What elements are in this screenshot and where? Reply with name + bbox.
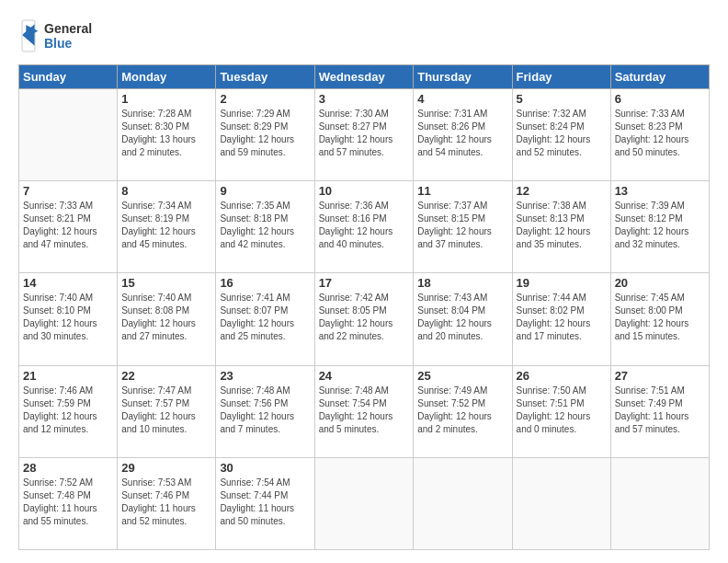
calendar-day-cell xyxy=(314,457,414,549)
day-info: Sunrise: 7:41 AM Sunset: 8:07 PM Dayligh… xyxy=(220,292,310,343)
day-info: Sunrise: 7:43 AM Sunset: 8:04 PM Dayligh… xyxy=(417,292,507,343)
day-info: Sunrise: 7:28 AM Sunset: 8:30 PM Dayligh… xyxy=(121,108,211,159)
day-number: 29 xyxy=(121,461,211,475)
day-number: 28 xyxy=(23,461,113,475)
day-number: 8 xyxy=(121,184,211,198)
day-info: Sunrise: 7:39 AM Sunset: 8:12 PM Dayligh… xyxy=(615,200,705,251)
day-info: Sunrise: 7:48 AM Sunset: 7:54 PM Dayligh… xyxy=(319,385,410,436)
logo-svg: General Blue ► xyxy=(18,17,101,55)
day-info: Sunrise: 7:44 AM Sunset: 8:02 PM Dayligh… xyxy=(517,292,607,343)
day-number: 30 xyxy=(220,461,310,475)
calendar-day-header: Saturday xyxy=(610,65,709,89)
day-info: Sunrise: 7:54 AM Sunset: 7:44 PM Dayligh… xyxy=(220,477,310,528)
calendar-day-cell: 2Sunrise: 7:29 AM Sunset: 8:29 PM Daylig… xyxy=(216,89,314,181)
day-number: 11 xyxy=(417,184,507,198)
calendar-day-cell: 30Sunrise: 7:54 AM Sunset: 7:44 PM Dayli… xyxy=(216,457,314,549)
calendar-day-cell: 10Sunrise: 7:36 AM Sunset: 8:16 PM Dayli… xyxy=(314,181,414,273)
calendar-day-cell: 28Sunrise: 7:52 AM Sunset: 7:48 PM Dayli… xyxy=(19,457,118,549)
day-info: Sunrise: 7:42 AM Sunset: 8:05 PM Dayligh… xyxy=(319,292,410,343)
calendar-day-cell: 11Sunrise: 7:37 AM Sunset: 8:15 PM Dayli… xyxy=(414,181,512,273)
calendar-day-cell: 6Sunrise: 7:33 AM Sunset: 8:23 PM Daylig… xyxy=(610,89,709,181)
day-number: 27 xyxy=(615,369,705,383)
day-number: 26 xyxy=(517,369,607,383)
day-info: Sunrise: 7:29 AM Sunset: 8:29 PM Dayligh… xyxy=(220,108,310,159)
calendar-week-row: 1Sunrise: 7:28 AM Sunset: 8:30 PM Daylig… xyxy=(19,89,710,181)
calendar-day-cell: 23Sunrise: 7:48 AM Sunset: 7:56 PM Dayli… xyxy=(216,365,314,457)
day-number: 18 xyxy=(417,276,507,290)
calendar-day-cell: 18Sunrise: 7:43 AM Sunset: 8:04 PM Dayli… xyxy=(414,273,512,365)
day-number: 7 xyxy=(23,184,113,198)
calendar-table: SundayMondayTuesdayWednesdayThursdayFrid… xyxy=(18,64,710,550)
calendar-week-row: 7Sunrise: 7:33 AM Sunset: 8:21 PM Daylig… xyxy=(19,181,710,273)
day-info: Sunrise: 7:46 AM Sunset: 7:59 PM Dayligh… xyxy=(23,385,113,436)
day-number: 20 xyxy=(615,276,705,290)
calendar-week-row: 21Sunrise: 7:46 AM Sunset: 7:59 PM Dayli… xyxy=(19,365,710,457)
calendar-day-cell xyxy=(610,457,709,549)
day-number: 13 xyxy=(615,184,705,198)
calendar-day-cell: 22Sunrise: 7:47 AM Sunset: 7:57 PM Dayli… xyxy=(118,365,216,457)
calendar-day-cell: 19Sunrise: 7:44 AM Sunset: 8:02 PM Dayli… xyxy=(512,273,610,365)
calendar-day-header: Friday xyxy=(512,65,610,89)
day-info: Sunrise: 7:33 AM Sunset: 8:23 PM Dayligh… xyxy=(615,108,705,159)
day-number: 10 xyxy=(319,184,410,198)
day-info: Sunrise: 7:40 AM Sunset: 8:10 PM Dayligh… xyxy=(23,292,113,343)
svg-text:Blue: Blue xyxy=(44,36,73,51)
svg-text:General: General xyxy=(44,21,92,36)
calendar-header-row: SundayMondayTuesdayWednesdayThursdayFrid… xyxy=(19,65,710,89)
day-info: Sunrise: 7:45 AM Sunset: 8:00 PM Dayligh… xyxy=(615,292,705,343)
calendar-day-cell xyxy=(512,457,610,549)
day-info: Sunrise: 7:31 AM Sunset: 8:26 PM Dayligh… xyxy=(417,108,507,159)
calendar-day-cell: 16Sunrise: 7:41 AM Sunset: 8:07 PM Dayli… xyxy=(216,273,314,365)
calendar-day-header: Wednesday xyxy=(314,65,414,89)
logo: General Blue ► xyxy=(18,17,101,55)
calendar-day-header: Thursday xyxy=(414,65,512,89)
calendar-day-cell: 17Sunrise: 7:42 AM Sunset: 8:05 PM Dayli… xyxy=(314,273,414,365)
day-number: 19 xyxy=(517,276,607,290)
day-number: 21 xyxy=(23,369,113,383)
day-info: Sunrise: 7:35 AM Sunset: 8:18 PM Dayligh… xyxy=(220,200,310,251)
day-number: 23 xyxy=(220,369,310,383)
day-number: 24 xyxy=(319,369,410,383)
svg-text:►: ► xyxy=(22,18,42,41)
calendar-day-header: Monday xyxy=(118,65,216,89)
day-info: Sunrise: 7:48 AM Sunset: 7:56 PM Dayligh… xyxy=(220,385,310,436)
calendar-day-cell: 24Sunrise: 7:48 AM Sunset: 7:54 PM Dayli… xyxy=(314,365,414,457)
calendar-day-cell: 29Sunrise: 7:53 AM Sunset: 7:46 PM Dayli… xyxy=(118,457,216,549)
calendar-day-cell: 27Sunrise: 7:51 AM Sunset: 7:49 PM Dayli… xyxy=(610,365,709,457)
calendar-day-cell: 3Sunrise: 7:30 AM Sunset: 8:27 PM Daylig… xyxy=(314,89,414,181)
calendar-day-cell: 9Sunrise: 7:35 AM Sunset: 8:18 PM Daylig… xyxy=(216,181,314,273)
calendar-day-cell: 4Sunrise: 7:31 AM Sunset: 8:26 PM Daylig… xyxy=(414,89,512,181)
day-number: 1 xyxy=(121,92,211,106)
day-info: Sunrise: 7:38 AM Sunset: 8:13 PM Dayligh… xyxy=(517,200,607,251)
day-info: Sunrise: 7:53 AM Sunset: 7:46 PM Dayligh… xyxy=(121,477,211,528)
day-number: 14 xyxy=(23,276,113,290)
calendar-day-cell: 13Sunrise: 7:39 AM Sunset: 8:12 PM Dayli… xyxy=(610,181,709,273)
calendar-day-cell: 15Sunrise: 7:40 AM Sunset: 8:08 PM Dayli… xyxy=(118,273,216,365)
day-info: Sunrise: 7:36 AM Sunset: 8:16 PM Dayligh… xyxy=(319,200,410,251)
calendar-week-row: 28Sunrise: 7:52 AM Sunset: 7:48 PM Dayli… xyxy=(19,457,710,549)
day-number: 17 xyxy=(319,276,410,290)
calendar-day-cell: 8Sunrise: 7:34 AM Sunset: 8:19 PM Daylig… xyxy=(118,181,216,273)
calendar-day-header: Sunday xyxy=(19,65,118,89)
calendar-day-cell xyxy=(19,89,118,181)
day-info: Sunrise: 7:50 AM Sunset: 7:51 PM Dayligh… xyxy=(517,385,607,436)
day-number: 22 xyxy=(121,369,211,383)
day-number: 25 xyxy=(417,369,507,383)
calendar-week-row: 14Sunrise: 7:40 AM Sunset: 8:10 PM Dayli… xyxy=(19,273,710,365)
day-number: 16 xyxy=(220,276,310,290)
calendar-day-header: Tuesday xyxy=(216,65,314,89)
day-number: 2 xyxy=(220,92,310,106)
calendar-day-cell: 25Sunrise: 7:49 AM Sunset: 7:52 PM Dayli… xyxy=(414,365,512,457)
day-info: Sunrise: 7:30 AM Sunset: 8:27 PM Dayligh… xyxy=(319,108,410,159)
day-number: 12 xyxy=(517,184,607,198)
day-info: Sunrise: 7:52 AM Sunset: 7:48 PM Dayligh… xyxy=(23,477,113,528)
day-info: Sunrise: 7:34 AM Sunset: 8:19 PM Dayligh… xyxy=(121,200,211,251)
calendar-day-cell: 5Sunrise: 7:32 AM Sunset: 8:24 PM Daylig… xyxy=(512,89,610,181)
day-number: 6 xyxy=(615,92,705,106)
calendar-day-cell xyxy=(414,457,512,549)
day-number: 5 xyxy=(517,92,607,106)
day-info: Sunrise: 7:33 AM Sunset: 8:21 PM Dayligh… xyxy=(23,200,113,251)
calendar-day-cell: 20Sunrise: 7:45 AM Sunset: 8:00 PM Dayli… xyxy=(610,273,709,365)
day-info: Sunrise: 7:51 AM Sunset: 7:49 PM Dayligh… xyxy=(615,385,705,436)
calendar-day-cell: 21Sunrise: 7:46 AM Sunset: 7:59 PM Dayli… xyxy=(19,365,118,457)
